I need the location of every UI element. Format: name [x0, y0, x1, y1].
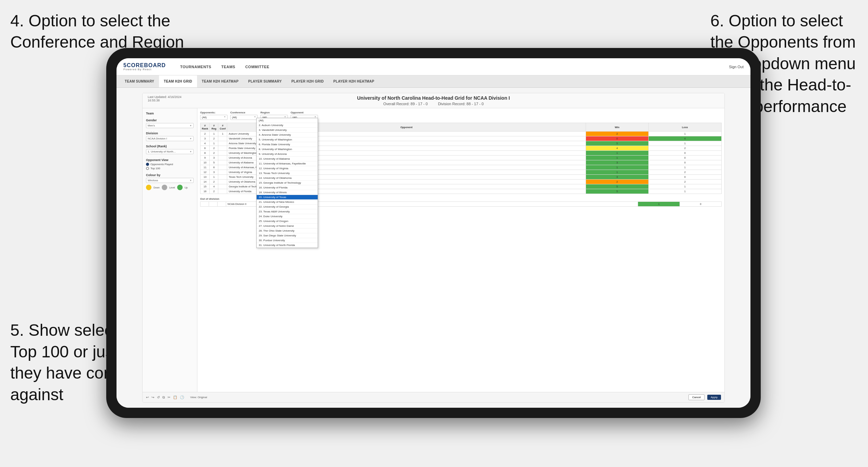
dropdown-item-4[interactable]: 4. Arizona State University — [257, 133, 318, 137]
paste-icon[interactable]: 📋 — [173, 395, 177, 399]
undo-icon[interactable]: ↩ — [146, 395, 149, 399]
cell-conf — [218, 156, 227, 160]
cell-reg: 5 — [210, 160, 218, 165]
dropdown-item-16[interactable]: 16. University of Florida — [257, 185, 318, 190]
cell-conf — [218, 160, 227, 165]
radio-top100[interactable]: Top 100 — [146, 167, 194, 170]
opponent-dropdown[interactable]: (All) 2. Auburn University 3. Vanderbilt… — [256, 118, 318, 248]
logo: 5COREBOARD Powered By React — [123, 63, 166, 71]
tab-team-h2h-heatmap[interactable]: TEAM H2H HEATMAP — [197, 75, 243, 87]
cell-rank: 4 — [200, 141, 210, 146]
cell-reg: 3 — [210, 156, 218, 160]
dropdown-item-28[interactable]: 28. The Ohio State University — [257, 229, 318, 233]
opponents-select[interactable]: (All) — [200, 115, 228, 120]
dropdown-item-3[interactable]: 3. Vanderbilt University — [257, 128, 318, 133]
redo-icon[interactable]: ↪ — [151, 395, 154, 399]
cell-conf — [218, 146, 227, 151]
cell-loss: 0 — [648, 151, 721, 156]
conference-select[interactable]: (All) — [230, 115, 258, 120]
dropdown-item-6[interactable]: 6. Florida State University — [257, 142, 318, 147]
dropdown-item-9[interactable]: 9. University of Arizona — [257, 152, 318, 157]
tab-team-h2h-grid[interactable]: TEAM H2H GRID — [159, 75, 197, 87]
cell-conf — [218, 189, 227, 194]
reset-icon[interactable]: ↺ — [157, 395, 160, 399]
dropdown-item-11[interactable]: 11. University of Arkansas, Fayetteville — [257, 161, 318, 166]
nav-tournaments[interactable]: TOURNAMENTS — [176, 63, 216, 71]
colour-down-label: Down — [154, 186, 160, 189]
dropdown-item-15[interactable]: 15. Georgia Institute of Technology — [257, 181, 318, 185]
dropdown-item-20[interactable]: 20. University of Texas — [257, 195, 318, 200]
gender-select[interactable]: Men's — [146, 123, 194, 128]
dropdown-item-22[interactable]: 22. University of Georgia — [257, 205, 318, 209]
cell-reg: 2 — [210, 151, 218, 156]
th-reg: #Reg — [210, 123, 218, 132]
dropdown-item-23[interactable]: 23. Texas A&M University — [257, 209, 318, 214]
opponents-filter-group: Opponents: (All) — [200, 111, 228, 120]
radio-opponents-played[interactable]: Opponents Played — [146, 163, 194, 166]
th-rank: #Rank — [200, 123, 210, 132]
colour-dots: Down Level Up — [146, 185, 194, 190]
cell-rank: 15 — [200, 184, 210, 189]
panel-header: Last Updated: 4/16/2024 16:55:38 Univers… — [143, 93, 724, 108]
dropdown-item-18[interactable]: 18. University of Illinois — [257, 190, 318, 195]
region-label: Region — [260, 111, 288, 114]
cut-icon[interactable]: ✂ — [168, 395, 170, 399]
cell-win: 3 — [586, 160, 648, 165]
dropdown-item-27[interactable]: 27. University of Notre Dame — [257, 224, 318, 229]
dropdown-item-30[interactable]: 30. Purdue University — [257, 238, 318, 243]
th-conf: #Conf — [218, 123, 227, 132]
dropdown-item-13[interactable]: 13. Texas Tech University — [257, 171, 318, 176]
tab-player-summary[interactable]: PLAYER SUMMARY — [243, 75, 286, 87]
nav-committee[interactable]: COMMITTEE — [241, 63, 274, 71]
opponents-label: Opponents: — [200, 111, 228, 114]
apply-button[interactable]: Apply — [707, 395, 721, 400]
cell-win: 1 — [586, 151, 648, 156]
colour-label: Colour by — [146, 173, 194, 177]
tablet-screen: 5COREBOARD Powered By React TOURNAMENTS … — [117, 58, 750, 408]
panel-body: Team Gender Men's Division NCAA Division… — [143, 108, 724, 392]
dropdown-all[interactable]: (All) — [257, 118, 318, 123]
colour-select[interactable]: Win/loss — [146, 178, 194, 183]
colour-section: Colour by Win/loss Down Level Up — [146, 173, 194, 190]
dropdown-item-10[interactable]: 10. University of Alabama — [257, 157, 318, 161]
cell-loss: 1 — [648, 165, 721, 170]
conference-filter-group: Conference (All) — [230, 111, 258, 120]
dropdown-item-2[interactable]: 2. Auburn University — [257, 123, 318, 128]
update-time: 16:55:38 — [148, 99, 192, 102]
cell-loss: 2 — [648, 146, 721, 151]
conference-label: Conference — [230, 111, 258, 114]
dropdown-item-31[interactable]: 31. University of North Florida — [257, 243, 318, 248]
dropdown-item-12[interactable]: 12. University of Virginia — [257, 166, 318, 171]
dropdown-item-24[interactable]: 24. Duke University — [257, 214, 318, 219]
bottom-toolbar: ↩ ↪ ↺ ⧉ ✂ 📋 🕐 View: Original Cancel Appl… — [143, 392, 724, 402]
dropdown-item-8[interactable]: 8. University of Washington — [257, 147, 318, 152]
nav-teams[interactable]: TEAMS — [217, 63, 240, 71]
opponent-view-section: Opponent View Opponents Played Top 100 — [146, 158, 194, 170]
cell-loss: 4 — [648, 136, 721, 141]
clock-icon[interactable]: 🕐 — [180, 395, 184, 399]
colour-up — [177, 185, 183, 190]
school-select[interactable]: 1. University of North... — [146, 149, 194, 154]
dropdown-item-25[interactable]: 25. University of Oregon — [257, 219, 318, 224]
dropdown-item-14[interactable]: 14. University of Oklahoma — [257, 176, 318, 181]
cell-rank: 14 — [200, 180, 210, 184]
tab-player-h2h-heatmap[interactable]: PLAYER H2H HEATMAP — [329, 75, 379, 87]
copy-icon[interactable]: ⧉ — [162, 395, 165, 400]
nav-bar: 5COREBOARD Powered By React TOURNAMENTS … — [117, 58, 750, 75]
dropdown-item-21[interactable]: 21. University of New Mexico — [257, 200, 318, 205]
division-record: Division Record: 88 - 17 - 0 — [438, 102, 484, 106]
cell-rank: 3 — [200, 136, 210, 141]
nav-signout[interactable]: Sign Out — [729, 65, 744, 69]
cancel-button[interactable]: Cancel — [688, 394, 705, 400]
school-section: School (Rank) 1. University of North... — [146, 145, 194, 154]
main-content: Last Updated: 4/16/2024 16:55:38 Univers… — [117, 88, 750, 408]
od-conf — [218, 202, 226, 207]
tab-team-summary[interactable]: TEAM SUMMARY — [120, 75, 159, 87]
grid-area: Opponents: (All) Conference (All) Region… — [197, 108, 724, 392]
tab-player-h2h-grid[interactable]: PLAYER H2H GRID — [286, 75, 329, 87]
od-reg — [209, 202, 218, 207]
division-select[interactable]: NCAA Division I — [146, 136, 194, 141]
cell-reg: 2 — [210, 180, 218, 184]
dropdown-item-29[interactable]: 29. San Diego State University — [257, 233, 318, 238]
dropdown-item-5[interactable]: 5. University of Washington — [257, 137, 318, 142]
